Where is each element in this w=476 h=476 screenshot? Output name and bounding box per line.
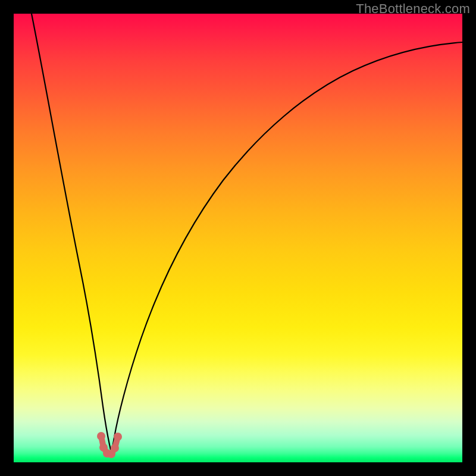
- curve-layer: [14, 14, 462, 462]
- watermark-text: TheBottleneck.com: [356, 1, 470, 17]
- marker-dot: [111, 444, 119, 452]
- plot-area: [14, 14, 462, 462]
- marker-dot: [114, 433, 122, 441]
- bottleneck-curve: [32, 14, 462, 453]
- chart-frame: TheBottleneck.com: [0, 0, 476, 476]
- marker-dot: [97, 432, 105, 440]
